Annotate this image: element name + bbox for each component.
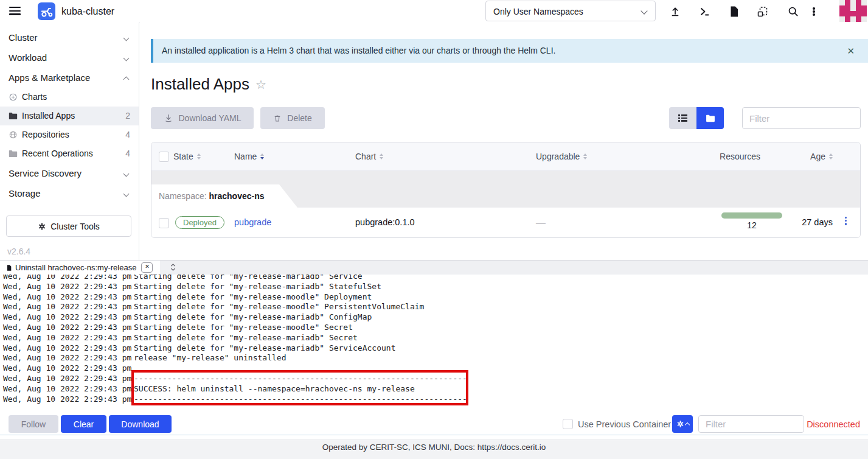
upgradable-cell: — <box>536 217 546 228</box>
trash-icon <box>273 114 282 123</box>
log-line: Wed, Aug 10 2022 2:29:43 pmStarting dele… <box>3 333 868 343</box>
chevron-down-icon <box>123 171 130 177</box>
log-line: Wed, Aug 10 2022 2:29:43 pmStarting dele… <box>3 312 868 323</box>
chevron-down-icon <box>123 35 130 41</box>
upload-icon[interactable] <box>668 5 682 18</box>
sidebar-item-repositories[interactable]: Repositories 4 <box>0 125 139 144</box>
download-icon <box>164 113 173 123</box>
rancher-version: v2.6.4 <box>7 247 139 256</box>
terminal-settings-button[interactable] <box>672 415 693 433</box>
search-icon[interactable] <box>786 5 800 18</box>
column-header-state[interactable]: State <box>173 152 234 161</box>
rancher-logo[interactable] <box>38 2 55 20</box>
apps-filter-input[interactable] <box>742 107 861 129</box>
user-avatar[interactable] <box>839 0 868 22</box>
page-title: Installed Apps ☆ <box>151 75 266 94</box>
select-all-checkbox[interactable] <box>159 152 169 162</box>
log-line: Wed, Aug 10 2022 2:29:43 pmStarting dele… <box>3 282 868 292</box>
sort-icon <box>260 153 264 160</box>
chart-cell: pubgrade:0.1.0 <box>355 217 415 227</box>
sidebar-item-apps-marketplace[interactable]: Apps & Marketplace <box>0 68 139 88</box>
terminal-tab[interactable]: Uninstall hrachovec-ns:my-release ✕ <box>0 261 160 275</box>
sidebar-item-storage[interactable]: Storage <box>0 183 139 203</box>
log-line: Wed, Aug 10 2022 2:29:43 pmrelease "my-r… <box>3 353 868 363</box>
terminal-tab-bar: Uninstall hrachovec-ns:my-release ✕ <box>0 261 868 275</box>
kebab-menu-icon[interactable] <box>807 5 821 18</box>
sidebar: Cluster Workload Apps & Marketplace Char… <box>0 23 139 260</box>
terminal-panel: Uninstall hrachovec-ns:my-release ✕ Wed,… <box>0 260 868 459</box>
clear-button[interactable]: Clear <box>61 415 106 433</box>
log-line: Wed, Aug 10 2022 2:29:43 pm <box>3 363 868 374</box>
connection-status: Disconnected <box>807 413 860 435</box>
sidebar-item-cluster[interactable]: Cluster <box>0 27 139 47</box>
circle-plus-icon <box>9 93 18 102</box>
installed-apps-table: State Name Chart Upgradable Resources <box>151 142 861 238</box>
download-button[interactable]: Download <box>109 415 172 433</box>
view-toggle <box>669 107 724 129</box>
top-header: kuba-cluster Only User Namespaces <box>0 0 868 23</box>
sort-icon <box>829 153 833 160</box>
column-header-age[interactable]: Age <box>760 152 833 161</box>
sort-icon <box>197 153 201 160</box>
folder-icon <box>706 114 715 122</box>
namespace-group-row: Namespace: hrachovec-ns <box>151 171 860 208</box>
follow-button[interactable]: Follow <box>9 415 58 433</box>
namespace-filter-select[interactable]: Only User Namespaces <box>485 1 656 21</box>
age-cell: 27 days <box>772 217 833 227</box>
close-icon[interactable]: ✕ <box>847 39 855 63</box>
panel-resize-icon[interactable] <box>169 262 177 275</box>
folder-icon <box>9 150 18 158</box>
log-line: Wed, Aug 10 2022 2:29:43 pmStarting dele… <box>3 343 868 354</box>
rancher-app: kuba-cluster Only User Namespaces <box>0 0 868 459</box>
app-name-link[interactable]: pubgrade <box>234 217 271 227</box>
main-content: An installed application is a Helm 3 cha… <box>140 23 868 260</box>
identicon <box>839 0 867 22</box>
terminal-log: Wed, Aug 10 2022 2:29:43 pmStarting dele… <box>0 275 868 412</box>
sidebar-item-workload[interactable]: Workload <box>0 47 139 68</box>
sidebar-item-recent-operations[interactable]: Recent Operations 4 <box>0 144 139 163</box>
row-checkbox[interactable] <box>159 218 169 228</box>
hamburger-menu-icon[interactable] <box>9 7 21 15</box>
item-count: 4 <box>125 125 130 144</box>
sort-icon <box>380 153 383 160</box>
chevron-down-icon <box>123 191 130 197</box>
favorite-star-icon[interactable]: ☆ <box>255 77 266 92</box>
log-line: Wed, Aug 10 2022 2:29:43 pm-------------… <box>3 394 868 405</box>
download-yaml-button[interactable]: Download YAML <box>151 107 254 129</box>
cluster-name: kuba-cluster <box>61 0 114 23</box>
namespace-tab: Namespace: hrachovec-ns <box>151 184 297 208</box>
folder-view-button[interactable] <box>696 107 724 129</box>
gear-icon <box>38 222 46 231</box>
gear-icon <box>676 420 684 428</box>
namespace-filter-value: Only User Namespaces <box>493 7 583 16</box>
use-previous-container-checkbox[interactable] <box>563 419 573 429</box>
kubeconfig-file-icon[interactable] <box>727 5 741 18</box>
column-header-upgradable[interactable]: Upgradable <box>536 152 676 161</box>
column-header-chart[interactable]: Chart <box>355 152 536 161</box>
sidebar-item-charts[interactable]: Charts <box>0 88 139 107</box>
kubectl-shell-icon[interactable] <box>698 5 711 18</box>
sidebar-item-installed-apps[interactable]: Installed Apps 2 <box>0 107 139 125</box>
sort-icon <box>583 153 587 160</box>
chevron-down-icon <box>123 55 130 61</box>
folder-icon <box>9 112 18 120</box>
list-icon <box>678 113 687 123</box>
close-tab-icon[interactable]: ✕ <box>141 262 153 273</box>
log-line: Wed, Aug 10 2022 2:29:43 pmStarting dele… <box>3 323 868 333</box>
chevron-up-icon <box>123 77 130 83</box>
sidebar-item-service-discovery[interactable]: Service Discovery <box>0 163 139 183</box>
list-view-button[interactable] <box>669 107 696 129</box>
log-filter-input[interactable] <box>698 415 804 433</box>
cluster-tools-button[interactable]: Cluster Tools <box>6 215 131 237</box>
column-header-resources: Resources <box>676 152 760 161</box>
delete-button[interactable]: Delete <box>260 107 325 129</box>
log-line: Wed, Aug 10 2022 2:29:43 pmStarting dele… <box>3 302 868 312</box>
log-line: Wed, Aug 10 2022 2:29:43 pmStarting dele… <box>3 275 868 282</box>
item-count: 4 <box>125 144 130 163</box>
copy-kubeconfig-icon[interactable] <box>756 5 769 18</box>
scooter-logo-icon <box>40 5 54 18</box>
table-header-row: State Name Chart Upgradable Resources <box>151 142 860 171</box>
column-header-name[interactable]: Name <box>234 152 355 161</box>
globe-icon <box>9 130 18 139</box>
row-kebab-menu-icon[interactable] <box>845 215 847 226</box>
